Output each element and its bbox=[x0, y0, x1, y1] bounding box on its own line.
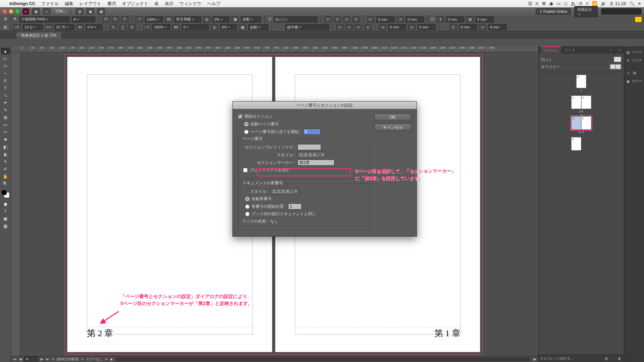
grid2-field[interactable]: 自動 bbox=[248, 24, 268, 30]
panel-collapse-icon[interactable]: » bbox=[606, 46, 615, 54]
ruler-horizontal[interactable]: 0306090120150180210240270300330360390420… bbox=[20, 46, 538, 52]
menu-object[interactable]: オブジェクト bbox=[122, 1, 148, 7]
status-icon[interactable]: ↺ bbox=[579, 1, 582, 6]
align-r-icon[interactable]: ≡ bbox=[343, 16, 351, 22]
start-page-number-field[interactable] bbox=[303, 129, 321, 135]
align-l-icon[interactable]: ≡ bbox=[324, 16, 332, 22]
smallcaps-icon[interactable]: Tᴛ bbox=[112, 16, 119, 22]
workspace-preset[interactable]: 初期設定 bbox=[574, 6, 598, 17]
rectangle-frame-tool[interactable]: ⊠ bbox=[1, 114, 10, 121]
flash-icon[interactable]: ⚡ bbox=[635, 16, 642, 22]
close-tab-icon[interactable]: × bbox=[16, 33, 18, 37]
status-icon[interactable]: ◉ bbox=[549, 1, 553, 6]
help-search[interactable] bbox=[601, 8, 641, 14]
menu-table[interactable]: 表 bbox=[154, 1, 159, 7]
page-prev-icon[interactable]: ◀ bbox=[19, 357, 22, 361]
cols-field[interactable]: 0 mm bbox=[476, 16, 494, 22]
status-icon[interactable]: ⌘ bbox=[542, 1, 546, 6]
tategaki-field[interactable]: 縦中横 bbox=[285, 24, 329, 30]
page-nav-field[interactable]: 4 bbox=[24, 356, 38, 362]
apply-color-button[interactable]: ◼ bbox=[1, 200, 10, 207]
panel-menu-icon[interactable]: ≡ bbox=[615, 46, 624, 54]
status-icon[interactable]: ◻ bbox=[564, 1, 568, 6]
same-as-prev-radio[interactable]: ブック内の前のドキュメントと同じ bbox=[242, 211, 366, 217]
start-page-number-radio[interactable]: ページ番号割り当てを開始 : bbox=[244, 129, 370, 135]
new-page-icon[interactable]: ▫ bbox=[610, 356, 615, 361]
page-next-icon[interactable]: ▶ bbox=[41, 357, 43, 361]
strip-color[interactable]: ◕カラー bbox=[624, 77, 644, 85]
indent-first-field[interactable]: 0 mm bbox=[406, 16, 424, 22]
scale-h-field[interactable]: 100% bbox=[152, 24, 170, 30]
minimize-button[interactable] bbox=[9, 9, 13, 13]
status-icon[interactable]: ⎚ bbox=[536, 1, 538, 6]
delete-page-icon[interactable]: 🗑 bbox=[617, 356, 622, 361]
align-jl-icon[interactable]: ≡ bbox=[336, 24, 343, 30]
aki-field[interactable]: 0% bbox=[220, 24, 237, 30]
pen-tool[interactable]: ✒ bbox=[1, 99, 10, 106]
section-prefix-field[interactable] bbox=[298, 144, 321, 150]
scale-v-field[interactable]: 100% bbox=[145, 16, 163, 22]
master-none[interactable]: [なし] bbox=[541, 57, 551, 62]
master-none-thumb[interactable] bbox=[614, 57, 621, 62]
cancel-button[interactable]: キャンセル bbox=[374, 124, 411, 131]
strike-icon[interactable]: T bbox=[128, 24, 136, 30]
baseline-field[interactable]: 0 H bbox=[86, 24, 103, 30]
document-tab[interactable]: × *名称未設定-1 @ 72% bbox=[17, 32, 61, 39]
close-button[interactable] bbox=[3, 9, 7, 13]
zoom-tool[interactable]: 🔍 bbox=[1, 180, 10, 187]
menu-type[interactable]: 書式 bbox=[107, 1, 116, 7]
screen-mode-normal[interactable]: ▣ bbox=[1, 215, 10, 222]
gradient-swatch-tool[interactable]: ◧ bbox=[1, 143, 10, 150]
indent-last-field[interactable]: 0 mm bbox=[418, 24, 436, 30]
align-jr-icon[interactable]: ≡ bbox=[355, 24, 362, 30]
page-last-icon[interactable]: ⏭ bbox=[46, 357, 49, 361]
view-options-icon[interactable]: ▤ bbox=[76, 8, 83, 14]
sp-before-field[interactable]: 0 mm bbox=[446, 16, 464, 22]
sub-icon[interactable]: T₁ bbox=[110, 24, 117, 30]
type-tool[interactable]: T bbox=[1, 84, 10, 91]
auto-chapter-radio[interactable]: 自動章番号 bbox=[242, 196, 366, 202]
status-icon[interactable]: ▭ bbox=[556, 1, 560, 6]
tab-links[interactable]: リンク bbox=[561, 46, 579, 54]
section-marker-field[interactable] bbox=[298, 160, 334, 166]
ruler-origin[interactable] bbox=[11, 46, 20, 52]
super-icon[interactable]: T¹ bbox=[121, 16, 128, 22]
menu-view[interactable]: 表示 bbox=[165, 1, 173, 7]
menu-window[interactable]: ウィンドウ bbox=[179, 1, 201, 7]
format-container-button[interactable]: T bbox=[1, 208, 10, 215]
page-style-dropdown[interactable]: 1, 2, 3, 4... bbox=[298, 152, 325, 158]
clock[interactable]: 火 11:28 bbox=[609, 1, 626, 7]
page-thumb-2[interactable]: A bbox=[581, 96, 591, 109]
app-name[interactable]: InDesign CC bbox=[9, 1, 35, 6]
ok-button[interactable]: OK bbox=[374, 114, 411, 121]
page-thumb-3[interactable]: A bbox=[571, 96, 581, 109]
content-collector-tool[interactable]: ⎘ bbox=[1, 77, 10, 84]
font-size-field[interactable]: 13 Q bbox=[23, 24, 43, 30]
hand-tool[interactable]: ✋ bbox=[1, 173, 10, 180]
arrange-icon[interactable]: ▭ bbox=[43, 8, 50, 14]
tracking-field[interactable]: 0 bbox=[182, 24, 209, 30]
menu-icon[interactable]: ≡ bbox=[638, 1, 641, 6]
grid-field[interactable]: 自動 bbox=[241, 16, 261, 22]
page-thumb-5-4-selected[interactable]: A A bbox=[571, 116, 591, 130]
eyedropper-tool[interactable]: ✐ bbox=[1, 166, 10, 172]
indent-left-field[interactable]: 0 mm bbox=[376, 16, 394, 22]
gutter-field[interactable]: 0 mm bbox=[488, 24, 506, 30]
page-thumb-7[interactable]: A bbox=[571, 137, 581, 150]
underline-icon[interactable]: T bbox=[119, 24, 126, 30]
edit-page-size-icon[interactable]: ▥ bbox=[604, 356, 608, 361]
status-icon[interactable]: ⓑ bbox=[528, 1, 532, 7]
master-a[interactable]: A-マスター bbox=[541, 64, 560, 69]
align-jc-icon[interactable]: ≡ bbox=[345, 24, 353, 30]
chapter-style-dropdown[interactable]: 1, 2, 3, 4... bbox=[271, 188, 299, 194]
chapter-start-field[interactable] bbox=[288, 203, 302, 209]
strip-stroke[interactable]: ≡線 bbox=[624, 69, 644, 77]
wifi-icon[interactable]: 📶 bbox=[592, 1, 597, 6]
direct-select-tool[interactable]: ▷ bbox=[1, 55, 10, 62]
bridge-icon[interactable]: ▦ bbox=[32, 8, 40, 14]
chapter-start-radio[interactable]: 章番号の開始位置 : bbox=[242, 203, 366, 209]
pencil-tool[interactable]: ✎ bbox=[1, 107, 10, 113]
strip-pages[interactable]: ▤ページ bbox=[624, 48, 644, 56]
line-tool[interactable]: ＼ bbox=[1, 92, 10, 99]
tt-icon[interactable]: TT bbox=[102, 16, 110, 22]
